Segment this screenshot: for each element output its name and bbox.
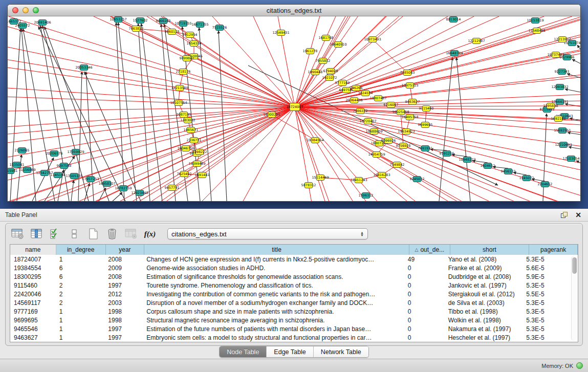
delete-table-icon[interactable] (105, 228, 119, 240)
graph-node[interactable]: 17359929 (67, 149, 84, 155)
graph-edge-black[interactable] (569, 147, 580, 149)
graph-edge-black[interactable] (71, 180, 74, 201)
graph-node[interactable]: 12549431 (272, 30, 289, 36)
table-row[interactable]: 1872400712008Changes of HCN gene express… (10, 255, 571, 264)
graph-edge-black[interactable] (577, 45, 580, 49)
graph-node[interactable]: 12212987 (468, 38, 485, 44)
graph-edge-red[interactable] (295, 50, 580, 107)
graph-node[interactable]: 10025458 (392, 110, 409, 115)
graph-edge-red[interactable] (295, 107, 580, 133)
graph-node[interactable]: 9699695 (418, 122, 433, 128)
graph-node[interactable]: 1985671 (184, 127, 199, 133)
graph-node[interactable]: 7691931 (418, 146, 433, 151)
graph-node[interactable]: 12093832 (551, 84, 568, 90)
tab-network-table[interactable]: Network Table (314, 346, 368, 357)
graph-node[interactable]: 7986372 (353, 108, 368, 114)
graph-node[interactable]: 2204652 (538, 182, 553, 187)
graph-node[interactable]: 1245072 (519, 176, 534, 181)
graph-node[interactable]: 1604612 (481, 163, 495, 169)
graph-node[interactable]: 20206576 (46, 151, 62, 157)
graph-node[interactable]: 9456123 (501, 169, 516, 174)
network-view-window[interactable]: citations_edges.txt 16653722405572206914… (7, 4, 581, 202)
graph-node[interactable]: 9457791 (165, 185, 180, 191)
graph-edge-red[interactable] (140, 107, 295, 201)
graph-edge-red[interactable] (295, 107, 580, 163)
graph-node[interactable]: 14954759 (368, 152, 385, 158)
column-header-title[interactable]: title (144, 245, 409, 255)
graph-node[interactable]: 15692951 (554, 128, 571, 134)
tab-node-table[interactable]: Node Table (220, 346, 267, 357)
graph-edge-red[interactable] (295, 107, 530, 201)
graph-node[interactable]: 19737493 (547, 52, 564, 58)
graph-node[interactable]: 2718176 (176, 69, 191, 75)
table-row[interactable]: 946554611997Estimation of the future num… (10, 325, 571, 334)
graph-node[interactable]: 12210693 (555, 142, 572, 148)
graph-edge-black[interactable] (248, 65, 498, 185)
table-settings-icon[interactable] (11, 228, 24, 240)
graph-node[interactable]: 19634923 (398, 129, 415, 135)
table-panel-titlebar[interactable]: Table Panel ✕ (0, 209, 588, 222)
graph-node[interactable]: 1535061 (10, 162, 25, 168)
graph-node[interactable]: 18107554 (170, 100, 187, 106)
graph-node[interactable]: 9860128 (165, 29, 180, 35)
column-header-pagerank[interactable]: pagerank (529, 245, 578, 255)
table-row[interactable]: 911546021997Tourette syndrome. Phenomeno… (10, 281, 571, 290)
graph-node[interactable]: 12923448 (131, 190, 148, 196)
graph-edge-red[interactable] (295, 107, 580, 170)
graph-node[interactable]: 9097588 (57, 163, 72, 169)
tab-edge-table[interactable]: Edge Table (267, 346, 313, 357)
show-columns-icon[interactable] (30, 228, 43, 240)
graph-node[interactable]: 18300295 (263, 112, 280, 118)
table-select-dropdown[interactable]: citations_edges.txt ▲▼ (167, 228, 368, 239)
graph-node[interactable]: 1691441 (195, 172, 210, 178)
graph-edge-black[interactable] (161, 24, 176, 201)
graph-node[interactable]: 10653257 (110, 17, 126, 23)
graph-node[interactable]: 10948223 (459, 157, 475, 163)
graph-edge-red[interactable] (8, 47, 295, 107)
graph-node[interactable]: 1383002 (181, 118, 195, 123)
graph-edge-black[interactable] (572, 59, 580, 63)
graph-node[interactable]: 15114469 (312, 175, 329, 181)
graph-node[interactable]: 12213589 (171, 85, 188, 91)
column-header-short[interactable]: short (450, 245, 530, 255)
graph-edge-black[interactable] (118, 23, 137, 201)
graph-edge-red[interactable] (295, 75, 580, 107)
graph-node[interactable]: 6794028 (323, 69, 338, 74)
memory-status-icon[interactable] (576, 362, 583, 369)
graph-edge-black[interactable] (113, 192, 122, 201)
graph-edge-black[interactable] (493, 167, 508, 168)
column-header-out_de[interactable]: △out_de... (409, 245, 450, 255)
graph-node[interactable]: 9245012 (410, 177, 425, 182)
column-header-in_degree[interactable]: in_degree (56, 245, 106, 255)
graph-node[interactable]: 746266 (350, 85, 363, 91)
graph-node[interactable]: 6216067 (384, 102, 399, 108)
graph-node[interactable]: 13505135 (66, 173, 82, 179)
graph-node[interactable]: 9115460 (419, 106, 434, 112)
citation-network-graph[interactable]: 1665372240557220691406106532571527602946… (8, 16, 580, 201)
graph-edge-red[interactable] (295, 54, 580, 107)
graph-node[interactable]: 12451243 (350, 178, 367, 183)
graph-node[interactable]: 2087185 (177, 112, 191, 118)
graph-edge-red[interactable] (295, 16, 544, 107)
table-row[interactable]: 1938455462009Genome-wide association stu… (10, 264, 571, 273)
graph-edge-red[interactable] (253, 16, 295, 107)
graph-edge-red[interactable] (8, 88, 295, 107)
graph-edge-black[interactable] (45, 156, 75, 201)
graph-node[interactable]: 16958107 (98, 181, 115, 187)
graph-node[interactable]: 1595838 (543, 103, 558, 109)
graph-node[interactable]: 11548498 (528, 28, 545, 34)
column-header-year[interactable]: year (106, 245, 145, 255)
graph-node[interactable]: 8096926 (381, 138, 396, 144)
graph-node[interactable]: 7549842 (390, 162, 405, 168)
column-header-name[interactable]: name (10, 245, 56, 255)
graph-edge-black[interactable] (543, 114, 547, 201)
graph-node[interactable]: 7515526 (212, 25, 227, 31)
graph-node[interactable]: 1915981 (8, 168, 17, 174)
table-header-row[interactable]: namein_degreeyeartitle△out_de...shortpag… (10, 245, 578, 255)
graph-node[interactable]: 17957253 (82, 177, 99, 182)
graph-node[interactable]: 9756928 (396, 143, 411, 149)
graph-node[interactable]: 7625402 (177, 171, 192, 177)
graph-edge-black[interactable] (568, 133, 580, 135)
graph-node[interactable]: 1990448 (308, 70, 323, 75)
graph-node[interactable]: 1692183 (551, 116, 566, 122)
